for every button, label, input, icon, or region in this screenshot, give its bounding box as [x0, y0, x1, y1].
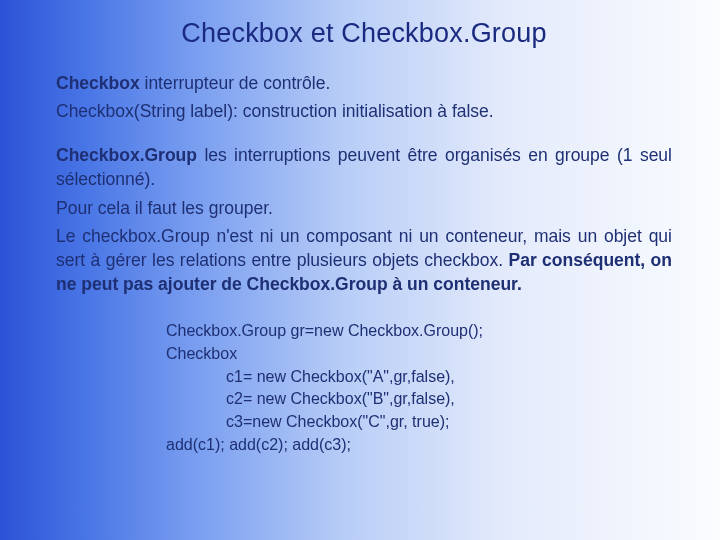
- paragraph-checkboxgroup-intro: Checkbox.Group les interruptions peuvent…: [56, 143, 672, 191]
- code-line: c2= new Checkbox("B",gr,false),: [166, 388, 672, 411]
- code-line: Checkbox: [166, 343, 672, 366]
- paragraph-grouping: Pour cela il faut les grouper.: [56, 196, 672, 220]
- text: interrupteur de contrôle.: [140, 73, 331, 93]
- code-line: c3=new Checkbox("C",gr, true);: [166, 411, 672, 434]
- code-line: add(c1); add(c2); add(c3);: [166, 434, 672, 457]
- term-checkbox: Checkbox: [56, 73, 140, 93]
- code-line: c1= new Checkbox("A",gr,false),: [166, 366, 672, 389]
- slide: Checkbox et Checkbox.Group Checkbox inte…: [0, 0, 720, 540]
- spacer: [56, 127, 672, 143]
- term-checkbox-group: Checkbox.Group: [56, 145, 197, 165]
- slide-title: Checkbox et Checkbox.Group: [56, 18, 672, 49]
- code-block: Checkbox.Group gr=new Checkbox.Group(); …: [166, 320, 672, 456]
- paragraph-explanation: Le checkbox.Group n'est ni un composant …: [56, 224, 672, 296]
- paragraph-checkbox-intro: Checkbox interrupteur de contrôle.: [56, 71, 672, 95]
- code-line: Checkbox.Group gr=new Checkbox.Group();: [166, 320, 672, 343]
- paragraph-checkbox-ctor: Checkbox(String label): construction ini…: [56, 99, 672, 123]
